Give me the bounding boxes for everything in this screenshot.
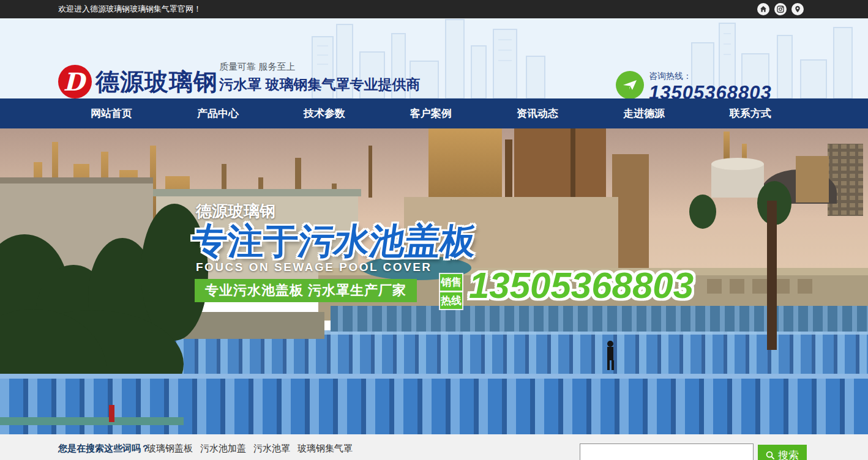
hero-tagline-badge: 专业污水池盖板 污水罩生产厂家 <box>195 279 417 302</box>
location-icon[interactable] <box>791 3 804 15</box>
search-input[interactable] <box>580 443 754 460</box>
search-button[interactable]: 搜索 <box>758 445 807 460</box>
nav-item-products[interactable]: 产品中心 <box>191 98 245 128</box>
search-bar: 您是在搜索这些词吗？ 玻璃钢盖板 污水池加盖 污水池罩 玻璃钢集气罩 搜索 <box>0 434 868 460</box>
slogan-small: 质量可靠 服务至上 <box>219 61 420 73</box>
nav-item-cases[interactable]: 客户案例 <box>404 98 458 128</box>
search-question: 您是在搜索这些词吗？ <box>58 443 150 454</box>
nav-item-home[interactable]: 网站首页 <box>84 98 138 128</box>
header-hotline: 咨询热线： 13505368803 <box>616 71 772 98</box>
logo-mark-icon: D <box>58 65 92 98</box>
topbar: 欢迎进入德源玻璃钢玻璃钢集气罩官网！ <box>0 0 868 18</box>
hotline-number: 13505368803 <box>649 82 772 98</box>
slogan-big: 污水罩 玻璃钢集气罩专业提供商 <box>219 75 420 94</box>
search-button-label: 搜索 <box>778 448 799 460</box>
keyword-link-3[interactable]: 污水池罩 <box>253 443 290 454</box>
instagram-icon[interactable] <box>774 3 787 15</box>
magnifier-icon <box>766 451 775 460</box>
header-slogan: 质量可靠 服务至上 污水罩 玻璃钢集气罩专业提供商 <box>219 61 420 94</box>
hero-subtitle: FOUCS ON SEWAGE POOL COVER <box>196 261 432 274</box>
nav-item-about[interactable]: 走进德源 <box>617 98 671 128</box>
hero-title-right: 污水池盖板 <box>296 218 480 265</box>
hero-hotline-label: 销售 热线 <box>440 274 462 311</box>
hero-hotline-label-bottom: 热线 <box>440 292 462 309</box>
main-nav-inner: 网站首页 产品中心 技术参数 客户案例 资讯动态 走进德源 联系方式 <box>58 98 804 128</box>
search-keywords: 玻璃钢盖板 污水池加盖 污水池罩 玻璃钢集气罩 <box>147 443 353 454</box>
logo[interactable]: D 德源玻璃钢 <box>58 65 218 98</box>
home-icon[interactable] <box>757 3 769 15</box>
hotline-label: 咨询热线： <box>649 71 772 82</box>
hero-title: 专注于污水池盖板 <box>192 218 476 265</box>
keyword-link-2[interactable]: 污水池加盖 <box>200 443 246 454</box>
nav-item-specs[interactable]: 技术参数 <box>297 98 351 128</box>
hero-title-left: 专注于 <box>192 221 299 261</box>
main-nav: 网站首页 产品中心 技术参数 客户案例 资讯动态 走进德源 联系方式 <box>0 98 868 128</box>
keyword-link-1[interactable]: 玻璃钢盖板 <box>147 443 193 454</box>
nav-item-news[interactable]: 资讯动态 <box>511 98 564 128</box>
welcome-text: 欢迎进入德源玻璃钢玻璃钢集气罩官网！ <box>58 0 201 18</box>
hero-hotline-label-top: 销售 <box>440 274 462 291</box>
keyword-link-4[interactable]: 玻璃钢集气罩 <box>297 443 353 454</box>
header: D 德源玻璃钢 质量可靠 服务至上 污水罩 玻璃钢集气罩专业提供商 咨询热线： … <box>0 18 868 98</box>
page: 欢迎进入德源玻璃钢玻璃钢集气罩官网！ <box>0 0 868 460</box>
paper-plane-icon <box>616 71 644 98</box>
hero-photo-illustration <box>0 128 868 436</box>
hotline-texts: 咨询热线： 13505368803 <box>649 71 772 98</box>
nav-item-contact[interactable]: 联系方式 <box>724 98 777 128</box>
social-icons <box>757 3 804 15</box>
hero-banner: 德源玻璃钢 专注于污水池盖板 FOUCS ON SEWAGE POOL COVE… <box>0 128 868 436</box>
logo-text: 德源玻璃钢 <box>95 65 218 98</box>
hero-hotline-number: 13505368803 <box>469 264 694 306</box>
